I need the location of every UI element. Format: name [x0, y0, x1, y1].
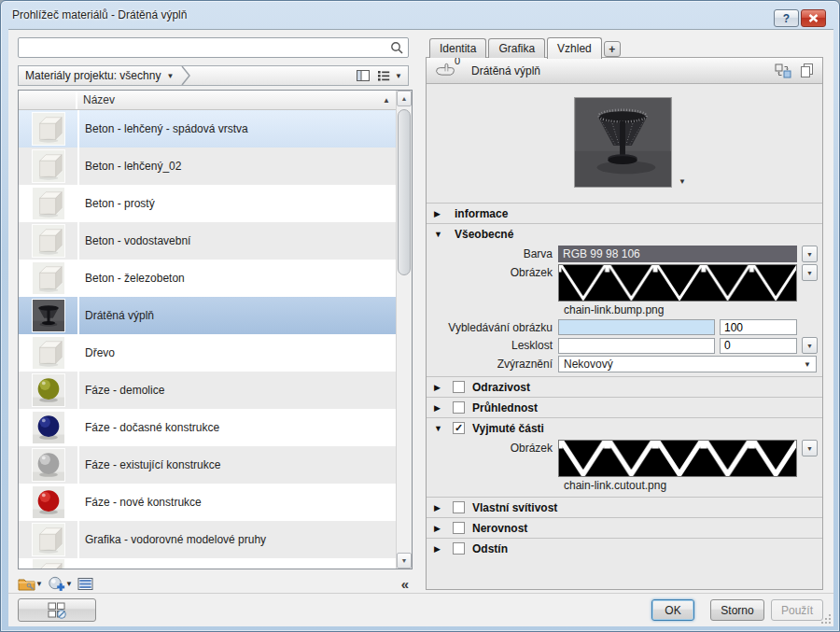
list-header[interactable]: Název ▲ — [19, 91, 396, 110]
glossiness-slider[interactable] — [558, 338, 715, 354]
ok-button[interactable]: OK — [651, 599, 694, 621]
material-row[interactable]: Beton - prostý — [19, 185, 396, 222]
collapse-panel-button[interactable]: « — [401, 576, 409, 592]
cancel-button[interactable]: Storno — [710, 599, 764, 621]
tint-checkbox[interactable] — [453, 542, 465, 555]
material-row[interactable]: Fáze - nové konstrukce — [19, 484, 396, 521]
self-illumination-checkbox[interactable] — [453, 501, 465, 513]
slider-fill — [559, 320, 714, 334]
expander-collapsed-icon[interactable]: ▶ — [434, 544, 446, 554]
section-tint[interactable]: ▶ Odstín — [427, 538, 822, 558]
preview-area: ▼ — [427, 84, 822, 203]
material-row[interactable]: Beton - lehčený - spádová vrstva — [19, 110, 396, 147]
list-scrollbar[interactable]: ▲ ▼ — [396, 91, 412, 569]
open-material-editor-button[interactable] — [77, 577, 93, 591]
expander-collapsed-icon[interactable]: ▶ — [434, 403, 446, 413]
section-general[interactable]: ▼ Všeobecné — [427, 223, 822, 244]
section-transparency[interactable]: ▶ Průhlednost — [427, 397, 822, 417]
image-options-dropdown[interactable]: ▼ — [802, 264, 818, 281]
color-swatch[interactable]: RGB 99 98 106 — [558, 246, 797, 262]
material-row[interactable]: Beton - železobeton — [19, 260, 396, 297]
sort-ascending-icon: ▲ — [383, 96, 390, 105]
chevron-down-icon: ▼ — [65, 580, 73, 588]
material-row-selected[interactable]: Drátěná výplň — [19, 297, 396, 334]
replace-asset-icon[interactable] — [775, 63, 791, 78]
bump-image-filename: chain-link.bump.png — [564, 303, 822, 317]
window-title: Prohlížeč materiálů - Drátěná výplň — [12, 8, 187, 21]
expander-collapsed-icon[interactable]: ▶ — [434, 209, 446, 218]
expander-expanded-icon[interactable]: ▼ — [434, 230, 446, 239]
project-materials-dropdown[interactable]: Materiály projektu: všechny ▼ ▼ — [18, 65, 409, 86]
search-box — [18, 37, 409, 58]
highlights-combobox[interactable]: Nekovový ▼ — [558, 356, 817, 372]
expander-collapsed-icon[interactable]: ▶ — [434, 503, 446, 513]
dialog-content: Materiály projektu: všechny ▼ ▼ — [8, 29, 833, 625]
color-label: Barva — [427, 247, 558, 260]
duplicate-asset-icon[interactable] — [799, 63, 815, 78]
add-tab-button[interactable]: + — [604, 41, 621, 57]
help-button[interactable]: ? — [774, 9, 799, 27]
bump-checkbox[interactable] — [453, 522, 465, 534]
uses-hand-icon: 0 — [434, 62, 456, 80]
close-button[interactable] — [801, 9, 826, 27]
material-row[interactable]: Fáze - existující konstrukce — [19, 446, 396, 484]
material-thumbnail-cube — [32, 261, 65, 295]
tab-appearance[interactable]: Vzhled — [547, 37, 602, 59]
material-rows: Beton - lehčený - spádová vrstva Beton -… — [19, 110, 396, 569]
cutout-texture-image[interactable] — [558, 440, 797, 477]
material-row[interactable]: Beton - lehčený_02 — [19, 147, 396, 185]
dialog-footer: OK Storno Použít — [8, 593, 833, 626]
apply-button[interactable]: Použít — [771, 599, 823, 621]
material-preview-render[interactable] — [574, 97, 672, 188]
cutouts-checkbox[interactable]: ✓ — [453, 422, 465, 434]
search-input[interactable] — [19, 39, 390, 56]
resize-grip[interactable] — [820, 613, 832, 625]
image-fade-slider[interactable] — [558, 319, 715, 335]
material-editor-icon — [77, 577, 93, 591]
reflectivity-checkbox[interactable] — [453, 381, 465, 393]
material-row[interactable]: Dřevo — [19, 334, 396, 372]
preview-options-dropdown-icon[interactable]: ▼ — [679, 177, 686, 186]
material-name: Fáze - demolice — [85, 384, 164, 397]
material-name: Fáze - existující konstrukce — [85, 458, 220, 471]
glossiness-options-dropdown[interactable]: ▼ — [802, 337, 818, 354]
material-row-partial[interactable] — [19, 558, 396, 569]
image-label: Obrázek — [427, 264, 558, 279]
bump-texture-image[interactable] — [558, 264, 797, 302]
scroll-down-icon[interactable]: ▼ — [397, 553, 412, 569]
tab-identity[interactable]: Identita — [429, 38, 486, 58]
material-row[interactable]: Fáze - dočasné konstrukce — [19, 409, 396, 446]
name-column-header[interactable]: Název — [77, 93, 383, 106]
list-view-dropdown-icon[interactable]: ▼ — [395, 72, 402, 80]
color-options-dropdown[interactable]: ▼ — [802, 246, 818, 262]
column-view-icon[interactable] — [356, 68, 371, 83]
expander-collapsed-icon[interactable]: ▶ — [434, 383, 446, 392]
expander-collapsed-icon[interactable]: ▶ — [434, 524, 446, 533]
section-reflectivity[interactable]: ▶ Odrazivost — [427, 376, 822, 397]
image-options-dropdown[interactable]: ▼ — [802, 440, 818, 456]
image-fade-value[interactable] — [720, 319, 797, 335]
material-row[interactable]: Grafika - vodorovné modelové pruhy — [19, 521, 396, 558]
transparency-checkbox[interactable] — [453, 401, 465, 414]
material-thumbnail-sphere-gray — [32, 448, 65, 482]
scope-label: Materiály projektu: všechny — [25, 69, 161, 82]
library-menu-button[interactable]: ▼ — [18, 577, 43, 591]
expander-expanded-icon[interactable]: ▼ — [434, 424, 446, 433]
tab-graphics[interactable]: Grafika — [488, 38, 545, 58]
material-row[interactable]: Fáze - demolice — [19, 372, 396, 409]
glossiness-value[interactable] — [720, 338, 797, 354]
material-thumbnail-sphere-navy — [32, 411, 65, 444]
material-row[interactable]: Beton - vodostavební — [19, 222, 396, 260]
material-thumbnail-cube — [32, 187, 65, 220]
new-material-sphere-icon — [48, 576, 65, 592]
create-material-button[interactable]: ▼ — [48, 576, 73, 592]
material-list: Název ▲ Beton - lehčený - spádová vrstva… — [18, 90, 413, 569]
section-self-illumination[interactable]: ▶ Vlastní svítivost — [427, 497, 822, 517]
list-view-icon[interactable] — [376, 68, 391, 83]
scroll-up-icon[interactable]: ▲ — [397, 91, 412, 106]
section-bump[interactable]: ▶ Nerovnost — [427, 517, 822, 538]
scrollbar-thumb[interactable] — [398, 109, 411, 275]
asset-browser-button[interactable] — [18, 598, 96, 622]
section-cutouts[interactable]: ▼ ✓ Vyjmuté části — [427, 417, 822, 438]
section-information[interactable]: ▶ informace — [427, 203, 822, 223]
